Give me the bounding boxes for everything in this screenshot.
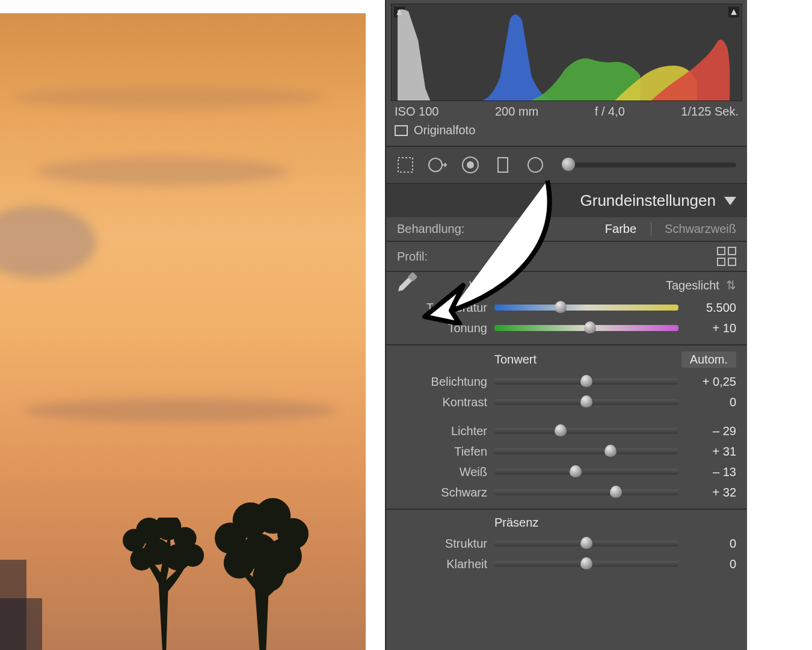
wb-preset-dropdown[interactable]: Tageslicht ⇅ — [666, 278, 736, 292]
whites-slider[interactable]: Weiß – 13 — [397, 462, 736, 482]
presence-section-title: Präsenz — [494, 516, 538, 530]
shadows-slider[interactable]: Tiefen + 31 — [397, 441, 736, 462]
panel-title: Grundeinstellungen — [580, 191, 716, 210]
original-checkbox[interactable] — [395, 125, 408, 136]
svg-point-17 — [429, 158, 442, 172]
tone-section-title: Tonwert — [494, 353, 537, 367]
exif-focal: 200 mm — [495, 105, 538, 119]
svg-point-19 — [467, 161, 474, 169]
mask-exposure-slider[interactable] — [562, 162, 736, 167]
svg-rect-16 — [398, 158, 413, 172]
spot-tool-icon[interactable] — [427, 154, 449, 176]
exposure-slider[interactable]: Belichtung + 0,25 — [397, 371, 736, 392]
contrast-slider[interactable]: Kontrast 0 — [397, 392, 736, 412]
histogram[interactable] — [391, 4, 742, 101]
wb-label: WA: — [469, 279, 491, 292]
histogram-graph — [392, 4, 742, 101]
original-label: Originalfoto — [414, 123, 475, 137]
svg-point-7 — [131, 548, 153, 571]
svg-point-14 — [224, 547, 255, 578]
blacks-slider[interactable]: Schwarz + 32 — [397, 482, 736, 503]
redeye-tool-icon[interactable] — [460, 154, 481, 176]
panel-header[interactable]: Grundeinstellungen — [386, 184, 747, 217]
profile-label: Profil: — [397, 250, 428, 264]
panel-collapse-icon[interactable] — [724, 197, 736, 205]
treatment-label: Behandlung: — [397, 222, 464, 236]
wb-eyedropper-icon[interactable] — [392, 272, 417, 300]
exif-row: ISO 100 200 mm f / 4,0 1/125 Sek. — [386, 101, 747, 121]
exif-iso: ISO 100 — [395, 105, 438, 119]
dropdown-arrows-icon: ⇅ — [719, 279, 736, 292]
treatment-row: Behandlung: Farbe Schwarzweiß — [386, 217, 747, 241]
clarity-slider[interactable]: Klarheit 0 — [397, 554, 736, 574]
treatment-bw[interactable]: Schwarzweiß — [651, 222, 736, 236]
svg-rect-20 — [498, 158, 508, 172]
tool-strip — [386, 146, 747, 184]
auto-tone-button[interactable]: Autom. — [681, 351, 736, 368]
highlights-slider[interactable]: Lichter – 29 — [397, 421, 736, 441]
profile-browser-icon[interactable] — [717, 247, 736, 266]
preview-photo — [0, 13, 366, 650]
develop-panel: ISO 100 200 mm f / 4,0 1/125 Sek. Origin… — [385, 0, 747, 650]
exif-aperture: f / 4,0 — [595, 105, 625, 119]
temperature-slider[interactable]: Temperatur 5.500 — [397, 297, 736, 318]
radial-tool-icon[interactable] — [524, 154, 546, 176]
texture-slider[interactable]: Struktur 0 — [397, 533, 736, 554]
tint-slider[interactable]: Tonung + 10 — [397, 318, 736, 338]
profile-row: Profil: — [386, 242, 747, 271]
svg-point-21 — [528, 158, 543, 172]
exif-shutter: 1/125 Sek. — [681, 105, 739, 119]
crop-tool-icon[interactable] — [395, 154, 416, 176]
gradient-tool-icon[interactable] — [492, 154, 514, 176]
treatment-color[interactable]: Farbe — [605, 222, 636, 236]
